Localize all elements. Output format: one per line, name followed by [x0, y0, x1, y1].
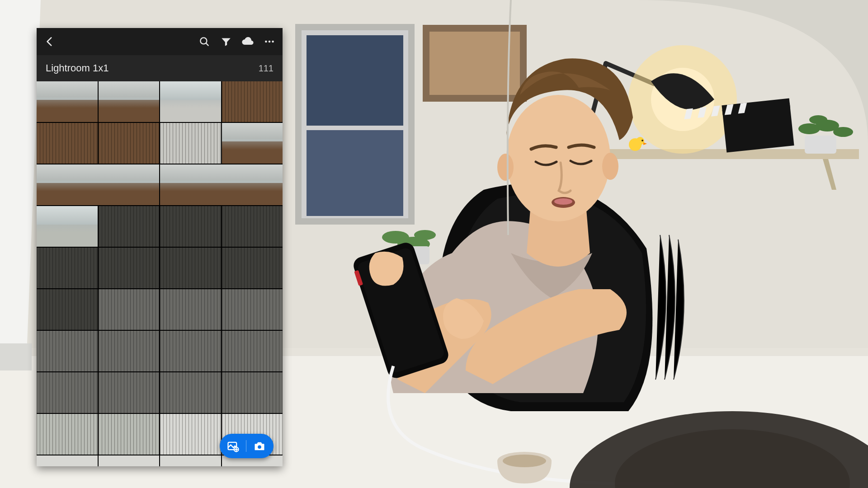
photo-thumbnail[interactable] [99, 123, 160, 164]
photo-thumbnail[interactable] [160, 289, 221, 330]
photo-thumbnail[interactable] [222, 81, 283, 122]
photo-thumbnail[interactable] [37, 372, 98, 413]
photo-thumbnail[interactable] [222, 123, 283, 164]
photo-thumbnail[interactable] [37, 455, 98, 466]
svg-point-31 [382, 231, 409, 244]
photo-thumbnail[interactable] [99, 331, 160, 371]
photo-thumbnail[interactable] [160, 248, 221, 288]
svg-rect-25 [805, 136, 836, 154]
photo-thumbnail[interactable] [160, 331, 221, 371]
svg-point-52 [272, 41, 274, 43]
capture-fab [220, 434, 274, 458]
photo-thumbnail[interactable] [222, 289, 283, 330]
fab-divider [246, 440, 246, 452]
photo-thumbnail[interactable] [37, 206, 98, 247]
camera-button[interactable] [253, 439, 266, 453]
photo-thumbnail[interactable] [160, 123, 221, 164]
photo-thumbnail[interactable] [37, 164, 159, 205]
svg-point-51 [269, 41, 271, 43]
photo-thumbnail[interactable] [222, 331, 283, 371]
photo-thumbnail[interactable] [160, 414, 221, 455]
filter-icon[interactable] [219, 35, 233, 48]
svg-point-28 [833, 127, 853, 137]
svg-point-38 [554, 198, 572, 205]
more-icon[interactable] [263, 35, 276, 48]
photo-thumbnail[interactable] [160, 372, 221, 413]
photo-thumbnail[interactable] [222, 248, 283, 288]
photo-thumbnail[interactable] [37, 414, 98, 455]
photo-grid [37, 81, 283, 466]
svg-line-49 [206, 43, 208, 45]
svg-point-43 [503, 455, 546, 467]
svg-point-36 [602, 153, 618, 180]
photo-thumbnail[interactable] [99, 414, 160, 455]
svg-point-35 [497, 154, 514, 181]
album-photo-count: 111 [259, 63, 274, 74]
photo-thumbnail[interactable] [160, 206, 221, 247]
photo-thumbnail[interactable] [160, 81, 221, 122]
photo-thumbnail[interactable] [37, 331, 98, 371]
photo-thumbnail[interactable] [99, 289, 160, 330]
add-photos-button[interactable] [226, 439, 240, 453]
cloud-sync-icon[interactable] [241, 35, 255, 48]
svg-point-55 [258, 445, 261, 449]
svg-point-17 [642, 140, 643, 141]
svg-rect-8 [429, 32, 520, 95]
lightroom-phone-screen: Lightroom 1x1 111 [37, 28, 283, 466]
photo-thumbnail[interactable] [99, 372, 160, 413]
photo-thumbnail[interactable] [99, 248, 160, 288]
photo-thumbnail[interactable] [160, 164, 283, 205]
app-toolbar [37, 28, 283, 55]
photo-thumbnail[interactable] [160, 455, 221, 466]
svg-point-50 [265, 41, 267, 43]
photo-thumbnail[interactable] [99, 455, 160, 466]
album-header: Lightroom 1x1 111 [37, 55, 283, 81]
svg-point-29 [809, 115, 827, 124]
photo-thumbnail[interactable] [37, 81, 98, 122]
photo-thumbnail[interactable] [99, 81, 160, 122]
photo-thumbnail[interactable] [37, 289, 98, 330]
photo-thumbnail[interactable] [37, 123, 98, 164]
album-title: Lightroom 1x1 [46, 62, 108, 74]
svg-point-32 [414, 230, 436, 240]
search-icon[interactable] [198, 35, 211, 48]
back-button[interactable] [43, 35, 57, 48]
photo-thumbnail[interactable] [222, 372, 283, 413]
svg-rect-4 [307, 35, 403, 126]
photo-thumbnail[interactable] [37, 248, 98, 288]
svg-rect-47 [0, 343, 32, 371]
photo-thumbnail[interactable] [99, 206, 160, 247]
photo-thumbnail[interactable] [222, 206, 283, 247]
svg-rect-5 [307, 130, 403, 216]
